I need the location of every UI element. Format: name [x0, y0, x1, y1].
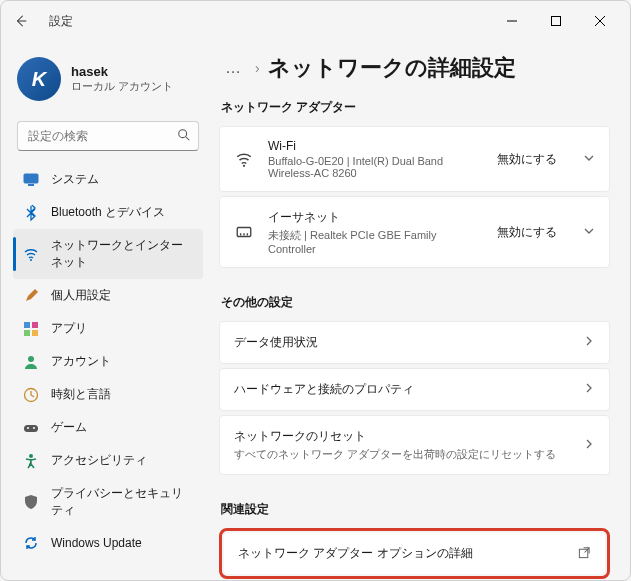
svg-rect-2 [24, 174, 38, 183]
chevron-down-icon [583, 152, 595, 167]
breadcrumb-overflow[interactable]: … [219, 57, 247, 79]
sidebar-item-accounts[interactable]: アカウント [13, 345, 203, 378]
highlight-box: ネットワーク アダプター オプションの詳細 [219, 528, 610, 579]
sidebar-item-network[interactable]: ネットワークとインターネット [13, 229, 203, 279]
svg-point-14 [243, 165, 245, 167]
maximize-button[interactable] [534, 6, 578, 36]
profile-block[interactable]: K hasek ローカル アカウント [13, 49, 203, 117]
sidebar-item-label: アクセシビリティ [51, 452, 147, 469]
svg-point-12 [33, 427, 35, 429]
shield-icon [23, 494, 39, 510]
window-controls [490, 6, 622, 36]
svg-rect-0 [552, 17, 561, 26]
card-title: ネットワークのリセット [234, 428, 569, 445]
monitor-icon [23, 172, 39, 188]
sidebar-item-personalization[interactable]: 個人用設定 [13, 279, 203, 312]
search-icon [177, 128, 191, 145]
chevron-right-icon [583, 335, 595, 350]
sidebar-item-label: Windows Update [51, 536, 142, 550]
sidebar-item-bluetooth[interactable]: Bluetooth とデバイス [13, 196, 203, 229]
minimize-icon [507, 16, 517, 26]
wifi-icon [234, 150, 254, 168]
svg-rect-6 [32, 322, 38, 328]
network-reset-card[interactable]: ネットワークのリセット すべてのネットワーク アダプターを出荷時の設定にリセット… [219, 415, 610, 475]
sidebar-item-label: 個人用設定 [51, 287, 111, 304]
apps-icon [23, 321, 39, 337]
sidebar-item-label: システム [51, 171, 99, 188]
data-usage-card[interactable]: データ使用状況 [219, 321, 610, 364]
card-title: ハードウェアと接続のプロパティ [234, 381, 569, 398]
maximize-icon [551, 16, 561, 26]
sidebar-item-label: プライバシーとセキュリティ [51, 485, 193, 519]
card-subtitle: 未接続 | Realtek PCIe GBE Family Controller [268, 228, 479, 255]
ethernet-icon [234, 223, 254, 241]
arrow-left-icon [14, 14, 28, 28]
close-icon [595, 16, 605, 26]
accessibility-icon [23, 453, 39, 469]
avatar: K [17, 57, 61, 101]
person-icon [23, 354, 39, 370]
section-other: その他の設定 [221, 294, 610, 311]
titlebar: 設定 [1, 1, 630, 41]
update-icon [23, 535, 39, 551]
section-adapters: ネットワーク アダプター [221, 99, 610, 116]
close-button[interactable] [578, 6, 622, 36]
brush-icon [23, 288, 39, 304]
sidebar-item-label: アカウント [51, 353, 111, 370]
sidebar-item-accessibility[interactable]: アクセシビリティ [13, 444, 203, 477]
wifi-icon [23, 246, 39, 262]
sidebar-item-label: ゲーム [51, 419, 87, 436]
card-subtitle: すべてのネットワーク アダプターを出荷時の設定にリセットする [234, 447, 569, 462]
sidebar-item-gaming[interactable]: ゲーム [13, 411, 203, 444]
hardware-properties-card[interactable]: ハードウェアと接続のプロパティ [219, 368, 610, 411]
sidebar-item-label: ネットワークとインターネット [51, 237, 193, 271]
card-title: データ使用状況 [234, 334, 569, 351]
svg-point-9 [28, 356, 34, 362]
card-title: イーサネット [268, 209, 479, 226]
profile-subtitle: ローカル アカウント [71, 79, 173, 94]
adapter-wifi-card[interactable]: Wi-Fi Buffalo-G-0E20 | Intel(R) Dual Ban… [219, 126, 610, 192]
back-button[interactable] [9, 9, 33, 33]
sidebar-item-label: Bluetooth とデバイス [51, 204, 165, 221]
search-input[interactable] [17, 121, 199, 151]
sidebar-item-privacy[interactable]: プライバシーとセキュリティ [13, 477, 203, 527]
section-related: 関連設定 [221, 501, 610, 518]
sidebar-item-apps[interactable]: アプリ [13, 312, 203, 345]
disable-button[interactable]: 無効にする [493, 222, 561, 243]
chevron-right-icon: › [255, 60, 260, 76]
svg-point-13 [29, 454, 33, 458]
svg-rect-7 [24, 330, 30, 336]
search-wrapper [17, 121, 199, 151]
sidebar-item-update[interactable]: Windows Update [13, 527, 203, 559]
breadcrumb: … › ネットワークの詳細設定 [219, 53, 610, 83]
card-title: ネットワーク アダプター オプションの詳細 [238, 545, 564, 562]
window-title: 設定 [49, 13, 73, 30]
sidebar-item-label: アプリ [51, 320, 87, 337]
card-subtitle: Buffalo-G-0E20 | Intel(R) Dual Band Wire… [268, 155, 479, 179]
sidebar-item-system[interactable]: システム [13, 163, 203, 196]
card-title: Wi-Fi [268, 139, 479, 153]
chevron-right-icon [583, 382, 595, 397]
chevron-right-icon [583, 438, 595, 453]
nav: システム Bluetooth とデバイス ネットワークとインターネット 個人用設… [13, 163, 203, 559]
svg-rect-11 [24, 425, 38, 432]
svg-rect-3 [28, 184, 34, 186]
svg-point-1 [179, 130, 187, 138]
open-external-icon [578, 546, 591, 562]
svg-rect-5 [24, 322, 30, 328]
svg-rect-8 [32, 330, 38, 336]
settings-window: 設定 K hasek ローカル アカウント システム [0, 0, 631, 581]
chevron-down-icon [583, 225, 595, 240]
sidebar-item-time[interactable]: 時刻と言語 [13, 378, 203, 411]
minimize-button[interactable] [490, 6, 534, 36]
bluetooth-icon [23, 205, 39, 221]
adapter-ethernet-card[interactable]: イーサネット 未接続 | Realtek PCIe GBE Family Con… [219, 196, 610, 268]
adapter-options-card[interactable]: ネットワーク アダプター オプションの詳細 [224, 533, 605, 574]
page-title: ネットワークの詳細設定 [268, 53, 516, 83]
clock-icon [23, 387, 39, 403]
content: … › ネットワークの詳細設定 ネットワーク アダプター Wi-Fi Buffa… [211, 41, 630, 580]
profile-name: hasek [71, 64, 173, 79]
sidebar-item-label: 時刻と言語 [51, 386, 111, 403]
gamepad-icon [23, 420, 39, 436]
disable-button[interactable]: 無効にする [493, 149, 561, 170]
